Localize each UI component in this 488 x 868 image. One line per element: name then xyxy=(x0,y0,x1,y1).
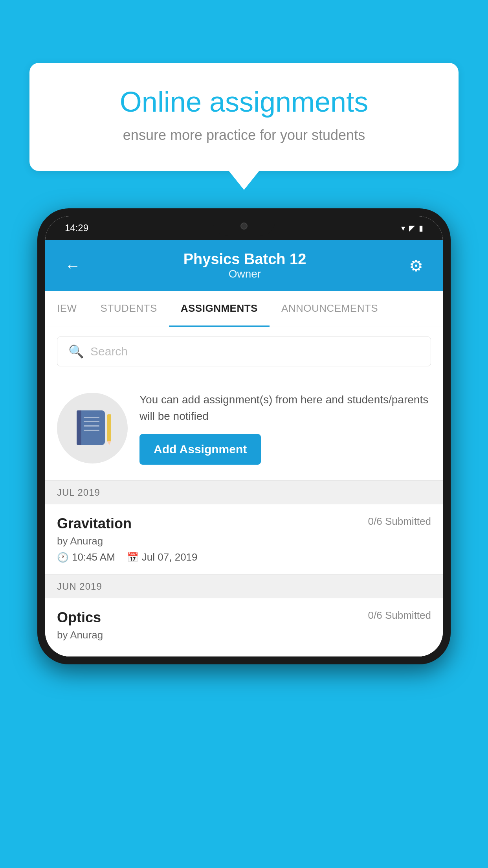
notebook-icon xyxy=(77,410,108,446)
notebook-body xyxy=(77,410,105,445)
assignment-title-optics: Optics xyxy=(57,609,101,626)
assignment-author-optics: by Anurag xyxy=(57,629,431,641)
camera xyxy=(240,223,248,230)
section-month-jun: JUN 2019 xyxy=(57,581,102,592)
promo-content: You can add assignment(s) from here and … xyxy=(139,392,431,465)
pencil-icon xyxy=(107,414,111,442)
assignment-item-gravitation[interactable]: Gravitation 0/6 Submitted by Anurag 🕐 10… xyxy=(45,504,443,575)
back-button[interactable]: ← xyxy=(65,258,81,274)
phone-screen: 14:29 ▾ ◤ ▮ ← Physics Batch 12 Owner ⚙ xyxy=(45,216,443,657)
promo-section: You can add assignment(s) from here and … xyxy=(45,376,443,481)
assignment-meta-gravitation: 🕐 10:45 AM 📅 Jul 07, 2019 xyxy=(57,551,431,563)
notebook-line xyxy=(84,430,99,431)
tabs-container: IEW STUDENTS ASSIGNMENTS ANNOUNCEMENTS xyxy=(45,291,443,327)
promo-icon-circle xyxy=(57,393,128,463)
section-header-jun: JUN 2019 xyxy=(45,575,443,598)
assignment-author-gravitation: by Anurag xyxy=(57,535,431,547)
header-center: Physics Batch 12 Owner xyxy=(81,251,409,280)
assignment-item-optics[interactable]: Optics 0/6 Submitted by Anurag xyxy=(45,598,443,657)
assignment-submitted-optics: 0/6 Submitted xyxy=(368,609,431,622)
notebook-lines xyxy=(84,417,99,431)
section-month-jul: JUL 2019 xyxy=(57,487,100,498)
wifi-icon: ▾ xyxy=(401,223,405,233)
assignment-title-gravitation: Gravitation xyxy=(57,515,132,532)
assignment-date-text: Jul 07, 2019 xyxy=(142,551,198,563)
speech-bubble-title: Online assignments xyxy=(57,86,431,118)
section-header-jul: JUL 2019 xyxy=(45,481,443,504)
assignment-submitted-gravitation: 0/6 Submitted xyxy=(368,515,431,528)
calendar-icon: 📅 xyxy=(127,552,139,563)
notebook-line xyxy=(84,421,99,422)
search-placeholder-text: Search xyxy=(90,345,128,358)
tab-students[interactable]: STUDENTS xyxy=(89,291,169,327)
app-header: ← Physics Batch 12 Owner ⚙ xyxy=(45,240,443,291)
assignment-date: 📅 Jul 07, 2019 xyxy=(127,551,198,563)
tab-iew[interactable]: IEW xyxy=(45,291,89,327)
search-container: 🔍 Search xyxy=(45,327,443,376)
promo-description: You can add assignment(s) from here and … xyxy=(139,392,431,425)
phone: 14:29 ▾ ◤ ▮ ← Physics Batch 12 Owner ⚙ xyxy=(37,208,451,664)
clock-icon: 🕐 xyxy=(57,552,69,563)
status-icons: ▾ ◤ ▮ xyxy=(401,223,423,233)
settings-icon[interactable]: ⚙ xyxy=(409,257,423,275)
phone-container: 14:29 ▾ ◤ ▮ ← Physics Batch 12 Owner ⚙ xyxy=(37,208,451,664)
tab-announcements[interactable]: ANNOUNCEMENTS xyxy=(270,291,390,327)
status-time: 14:29 xyxy=(65,223,88,234)
notebook-line xyxy=(84,425,99,427)
notch xyxy=(213,216,275,236)
speech-bubble-container: Online assignments ensure more practice … xyxy=(29,63,459,171)
notebook-line xyxy=(84,417,99,418)
assignment-time: 🕐 10:45 AM xyxy=(57,551,115,563)
battery-icon: ▮ xyxy=(419,223,423,233)
assignment-top: Gravitation 0/6 Submitted xyxy=(57,515,431,532)
assignment-time-text: 10:45 AM xyxy=(72,551,115,563)
speech-bubble-subtitle: ensure more practice for your students xyxy=(57,127,431,143)
add-assignment-button[interactable]: Add Assignment xyxy=(139,434,261,465)
notebook-spine xyxy=(77,410,81,445)
speech-bubble: Online assignments ensure more practice … xyxy=(29,63,459,171)
search-box[interactable]: 🔍 Search xyxy=(57,337,431,366)
header-subtitle: Owner xyxy=(81,268,409,280)
tab-assignments[interactable]: ASSIGNMENTS xyxy=(169,291,270,327)
signal-icon: ◤ xyxy=(409,223,415,233)
status-bar: 14:29 ▾ ◤ ▮ xyxy=(45,216,443,240)
search-icon: 🔍 xyxy=(68,344,84,359)
header-title: Physics Batch 12 xyxy=(81,251,409,268)
assignment-top-optics: Optics 0/6 Submitted xyxy=(57,609,431,626)
